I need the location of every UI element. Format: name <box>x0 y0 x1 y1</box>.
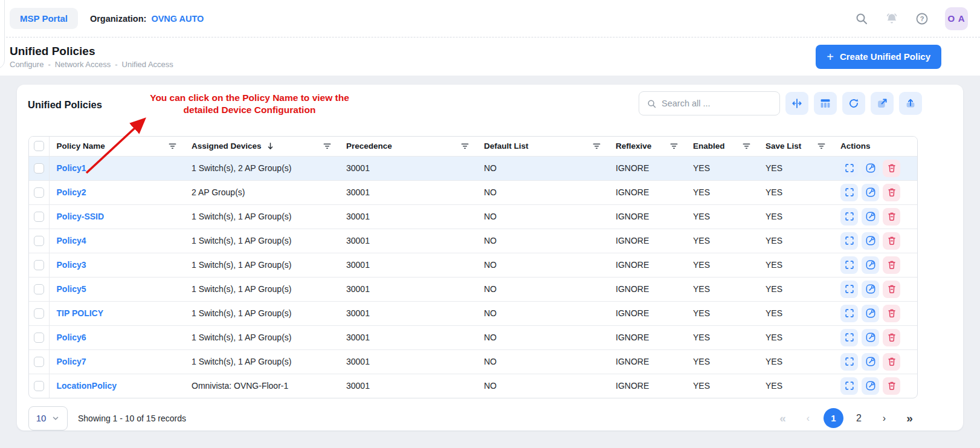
breadcrumb-item-unified-access[interactable]: Unified Access <box>122 60 173 69</box>
col-save-list[interactable]: Save List <box>758 137 833 156</box>
policy-name-link[interactable]: LocationPolicy <box>57 381 117 391</box>
expand-policy-button[interactable] <box>840 232 858 250</box>
filter-icon[interactable] <box>592 141 601 151</box>
delete-policy-button[interactable] <box>883 256 900 274</box>
prev-page-button[interactable]: ‹ <box>798 408 818 428</box>
col-enabled[interactable]: Enabled <box>686 137 758 156</box>
row-checkbox[interactable] <box>34 163 44 174</box>
policy-name-link[interactable]: Policy2 <box>57 187 86 197</box>
row-checkbox[interactable] <box>34 381 44 391</box>
fit-columns-button[interactable] <box>785 92 808 115</box>
msp-portal-button[interactable]: MSP Portal <box>10 8 78 29</box>
expand-policy-button[interactable] <box>840 329 858 346</box>
delete-policy-button[interactable] <box>883 281 900 298</box>
edit-policy-button[interactable] <box>862 232 879 250</box>
expand-policy-button[interactable] <box>840 353 858 371</box>
col-reflexive[interactable]: Reflexive <box>608 137 686 156</box>
policy-name-link[interactable]: TIP POLICY <box>57 308 104 318</box>
columns-settings-button[interactable] <box>814 92 837 115</box>
policy-name-link[interactable]: Policy-SSID <box>57 212 105 221</box>
edit-policy-button[interactable] <box>862 281 879 298</box>
row-checkbox[interactable] <box>34 212 44 222</box>
edit-policy-button[interactable] <box>862 184 879 201</box>
delete-policy-button[interactable] <box>883 353 900 371</box>
expand-policy-button[interactable] <box>840 208 858 226</box>
edit-policy-button[interactable] <box>862 377 879 395</box>
breadcrumb-item-network-access[interactable]: Network Access <box>55 60 111 69</box>
policy-name-link[interactable]: Policy7 <box>57 357 86 366</box>
policy-name-link[interactable]: Policy5 <box>57 284 86 294</box>
breadcrumb-separator: - <box>48 60 50 69</box>
export-button[interactable] <box>871 92 894 115</box>
filter-icon[interactable] <box>168 141 177 151</box>
default-list-cell: NO <box>477 229 608 253</box>
row-checkbox[interactable] <box>34 187 44 198</box>
search-all-input[interactable] <box>662 99 764 108</box>
search-icon[interactable] <box>854 11 869 26</box>
first-page-button[interactable]: « <box>773 408 793 428</box>
col-default-list[interactable]: Default List <box>477 137 608 156</box>
row-select-cell <box>29 229 49 253</box>
organization-selector: Organization: OVNG AUTO <box>90 14 204 24</box>
filter-icon[interactable] <box>817 141 826 151</box>
row-select-cell <box>29 301 49 325</box>
delete-policy-button[interactable] <box>883 208 900 226</box>
policy-name-link[interactable]: Policy4 <box>57 236 86 245</box>
table-header-row: Policy Name <box>29 137 918 156</box>
row-checkbox[interactable] <box>34 308 44 319</box>
policy-name-link[interactable]: Policy1 <box>57 163 86 173</box>
delete-policy-button[interactable] <box>883 184 900 201</box>
edit-policy-button[interactable] <box>862 256 879 274</box>
organization-value[interactable]: OVNG AUTO <box>151 14 204 24</box>
edit-policy-button[interactable] <box>862 160 879 177</box>
policy-name-link[interactable]: Policy3 <box>57 260 86 270</box>
enabled-cell: YES <box>686 229 758 253</box>
policy-name-link[interactable]: Policy6 <box>57 333 86 342</box>
delete-policy-button[interactable] <box>883 305 900 322</box>
expand-policy-button[interactable] <box>840 305 858 322</box>
user-avatar[interactable]: O A <box>945 7 968 30</box>
edit-policy-button[interactable] <box>862 208 879 226</box>
edit-policy-button[interactable] <box>862 305 879 322</box>
col-precedence[interactable]: Precedence <box>339 137 477 156</box>
refresh-button[interactable] <box>842 92 865 115</box>
row-checkbox[interactable] <box>34 284 44 294</box>
filter-icon[interactable] <box>669 141 679 151</box>
filter-icon[interactable] <box>742 141 751 151</box>
delete-policy-button[interactable] <box>883 232 900 250</box>
breadcrumb-item-configure[interactable]: Configure <box>10 60 44 69</box>
filter-icon[interactable] <box>323 141 332 151</box>
import-upload-button[interactable] <box>899 92 922 115</box>
delete-policy-button[interactable] <box>883 377 900 395</box>
edit-policy-button[interactable] <box>862 329 879 346</box>
page-button-1[interactable]: 1 <box>824 408 843 428</box>
expand-policy-button[interactable] <box>840 256 858 274</box>
notifications-bell-icon[interactable] <box>885 11 899 26</box>
col-assigned-devices[interactable]: Assigned Devices <box>184 137 339 156</box>
delete-policy-button[interactable] <box>883 329 900 346</box>
edit-policy-button[interactable] <box>862 353 879 371</box>
reflexive-cell: IGNORE <box>608 374 686 398</box>
sort-desc-icon[interactable] <box>266 141 275 151</box>
filter-icon[interactable] <box>460 141 469 151</box>
page-size-select[interactable]: 10 <box>28 406 68 430</box>
last-page-button[interactable]: » <box>900 408 920 428</box>
save-list-cell: YES <box>758 325 833 349</box>
precedence-cell: 30001 <box>339 277 477 301</box>
expand-policy-button[interactable] <box>840 377 858 395</box>
row-checkbox[interactable] <box>34 333 44 343</box>
row-checkbox[interactable] <box>34 357 44 367</box>
expand-policy-button[interactable] <box>840 184 858 201</box>
row-checkbox[interactable] <box>34 236 44 246</box>
expand-policy-button[interactable] <box>840 281 858 298</box>
next-page-button[interactable]: › <box>874 408 894 428</box>
page-button-2[interactable]: 2 <box>849 408 869 428</box>
col-policy-name[interactable]: Policy Name <box>49 137 184 156</box>
row-checkbox[interactable] <box>34 260 44 270</box>
select-all-checkbox[interactable] <box>34 141 44 151</box>
expand-policy-button[interactable] <box>840 160 858 177</box>
delete-policy-button[interactable] <box>883 160 900 177</box>
create-unified-policy-button[interactable]: + Create Unified Policy <box>816 45 941 69</box>
help-icon[interactable]: ? <box>915 11 929 26</box>
assigned-devices-cell: 1 Switch(s), 2 AP Group(s) <box>184 156 339 180</box>
